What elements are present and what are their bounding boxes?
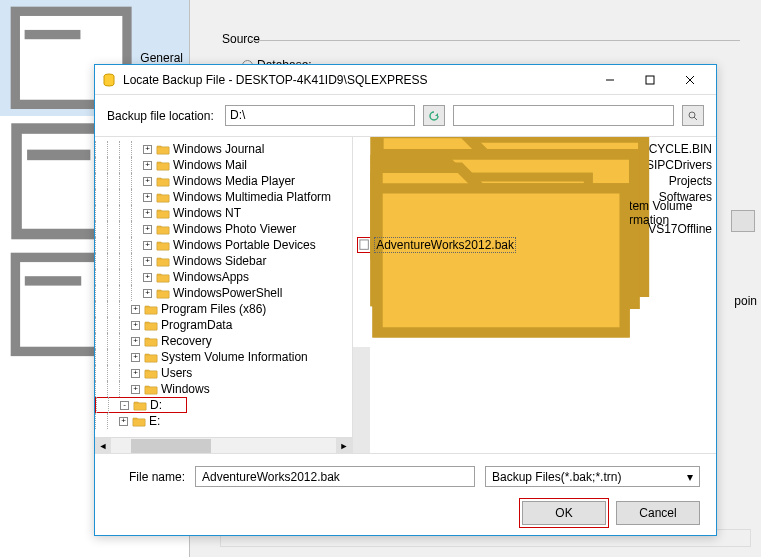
location-input[interactable]: D:\ bbox=[225, 105, 415, 126]
tree-node[interactable]: +WindowsPowerShell bbox=[95, 285, 352, 301]
expand-toggle[interactable]: + bbox=[143, 225, 152, 234]
tree-label: WindowsPowerShell bbox=[173, 286, 282, 300]
scroll-right-button[interactable]: ► bbox=[336, 438, 352, 454]
file-list[interactable]: $RECYCLE.BINNewMSIPCDriversProjectsSoftw… bbox=[353, 137, 716, 453]
tree-label: Windows Multimedia Platform bbox=[173, 190, 331, 204]
expand-toggle[interactable]: + bbox=[143, 161, 152, 170]
tree-hscrollbar[interactable]: ◄ ► bbox=[95, 437, 352, 453]
source-label: Source bbox=[222, 32, 260, 46]
expand-toggle[interactable]: + bbox=[143, 177, 152, 186]
maximize-icon bbox=[645, 75, 655, 85]
tree-label: Windows Sidebar bbox=[173, 254, 266, 268]
list-folder[interactable]: VS17Offline bbox=[357, 221, 712, 237]
list-vscrollbar[interactable] bbox=[353, 347, 370, 453]
tree-label: Program Files (x86) bbox=[161, 302, 266, 316]
cancel-label: Cancel bbox=[639, 506, 676, 520]
titlebar: Locate Backup File - DESKTOP-4K41ID9\SQL… bbox=[95, 65, 716, 95]
svg-rect-5 bbox=[25, 276, 81, 285]
tree-node[interactable]: +Windows Journal bbox=[95, 141, 352, 157]
search-button[interactable] bbox=[682, 105, 704, 126]
tree-label: Windows Media Player bbox=[173, 174, 295, 188]
maximize-button[interactable] bbox=[630, 68, 670, 92]
filename-label: File name: bbox=[111, 470, 185, 484]
expand-toggle[interactable]: + bbox=[143, 209, 152, 218]
tree-node[interactable]: +Windows Mail bbox=[95, 157, 352, 173]
tree-node[interactable]: +ProgramData bbox=[95, 317, 352, 333]
tree-label: Windows Portable Devices bbox=[173, 238, 316, 252]
tree-node[interactable]: +Windows NT bbox=[95, 205, 352, 221]
tree-node[interactable]: +Windows Sidebar bbox=[95, 253, 352, 269]
tree-label: Windows Journal bbox=[173, 142, 264, 156]
minimize-icon bbox=[605, 75, 615, 85]
tree-drive[interactable]: -D: bbox=[95, 397, 187, 413]
expand-toggle[interactable]: + bbox=[143, 241, 152, 250]
expand-toggle[interactable]: + bbox=[143, 257, 152, 266]
expand-toggle[interactable]: + bbox=[131, 353, 140, 362]
filename-value: AdventureWorks2012.bak bbox=[202, 470, 340, 484]
ok-button[interactable]: OK bbox=[522, 501, 606, 525]
filetype-dropdown[interactable]: Backup Files(*.bak;*.trn)▾ bbox=[485, 466, 700, 487]
tree-label: Windows Photo Viewer bbox=[173, 222, 296, 236]
tree-label: E: bbox=[149, 414, 160, 428]
tree-label: System Volume Information bbox=[161, 350, 308, 364]
db-icon bbox=[101, 72, 117, 88]
filetype-value: Backup Files(*.bak;*.trn) bbox=[492, 470, 621, 484]
expand-toggle[interactable]: + bbox=[143, 289, 152, 298]
tree-node[interactable]: +Windows Photo Viewer bbox=[95, 221, 352, 237]
scroll-thumb[interactable] bbox=[131, 439, 211, 453]
cancel-button[interactable]: Cancel bbox=[616, 501, 700, 525]
tree-drive[interactable]: +E: bbox=[95, 413, 352, 429]
tree-node[interactable]: +Program Files (x86) bbox=[95, 301, 352, 317]
chevron-down-icon: ▾ bbox=[687, 470, 693, 484]
expand-toggle[interactable]: + bbox=[119, 417, 128, 426]
search-input[interactable] bbox=[453, 105, 674, 126]
refresh-icon bbox=[428, 110, 440, 122]
expand-toggle[interactable]: + bbox=[131, 385, 140, 394]
tree-label: Windows bbox=[161, 382, 210, 396]
expand-toggle[interactable]: + bbox=[131, 321, 140, 330]
close-icon bbox=[685, 75, 695, 85]
expand-toggle[interactable]: - bbox=[120, 401, 129, 410]
tree-node[interactable]: +Windows Portable Devices bbox=[95, 237, 352, 253]
tree-label: D: bbox=[150, 398, 162, 412]
tree-node[interactable]: +Recovery bbox=[95, 333, 352, 349]
tree-node[interactable]: +WindowsApps bbox=[95, 269, 352, 285]
tree-node[interactable]: +Windows Media Player bbox=[95, 173, 352, 189]
folder-tree[interactable]: +Windows Journal+Windows Mail+Windows Me… bbox=[95, 137, 353, 453]
tree-label: Windows Mail bbox=[173, 158, 247, 172]
expand-toggle[interactable]: + bbox=[131, 369, 140, 378]
location-label: Backup file location: bbox=[107, 109, 217, 123]
tree-node[interactable]: +Windows bbox=[95, 381, 352, 397]
close-button[interactable] bbox=[670, 68, 710, 92]
svg-line-13 bbox=[694, 117, 697, 120]
svg-rect-1 bbox=[25, 30, 81, 39]
expand-toggle[interactable]: + bbox=[143, 145, 152, 154]
dialog-title: Locate Backup File - DESKTOP-4K41ID9\SQL… bbox=[123, 73, 590, 87]
tree-label: Recovery bbox=[161, 334, 212, 348]
location-toolbar: Backup file location: D:\ bbox=[95, 95, 716, 136]
list-label: Projects bbox=[669, 174, 712, 188]
scroll-left-button[interactable]: ◄ bbox=[95, 438, 111, 454]
truncated-text: poin bbox=[734, 294, 757, 308]
expand-toggle[interactable]: + bbox=[143, 193, 152, 202]
locate-backup-dialog: Locate Backup File - DESKTOP-4K41ID9\SQL… bbox=[94, 64, 717, 536]
page-label: General bbox=[140, 51, 183, 65]
refresh-button[interactable] bbox=[423, 105, 445, 126]
svg-rect-3 bbox=[27, 149, 90, 160]
dialog-bottom: File name: AdventureWorks2012.bak Backup… bbox=[95, 454, 716, 537]
tree-label: Users bbox=[161, 366, 192, 380]
expand-toggle[interactable]: + bbox=[131, 337, 140, 346]
tree-node[interactable]: +System Volume Information bbox=[95, 349, 352, 365]
tree-node[interactable]: +Windows Multimedia Platform bbox=[95, 189, 352, 205]
minimize-button[interactable] bbox=[590, 68, 630, 92]
expand-toggle[interactable]: + bbox=[143, 273, 152, 282]
ok-label: OK bbox=[555, 506, 572, 520]
filename-input[interactable]: AdventureWorks2012.bak bbox=[195, 466, 475, 487]
expand-toggle[interactable]: + bbox=[131, 305, 140, 314]
location-value: D:\ bbox=[230, 108, 245, 122]
bg-button[interactable] bbox=[731, 210, 755, 232]
svg-rect-14 bbox=[360, 240, 368, 249]
list-label: AdventureWorks2012.bak bbox=[374, 237, 516, 253]
list-file-selected[interactable]: AdventureWorks2012.bak bbox=[357, 237, 517, 253]
tree-node[interactable]: +Users bbox=[95, 365, 352, 381]
